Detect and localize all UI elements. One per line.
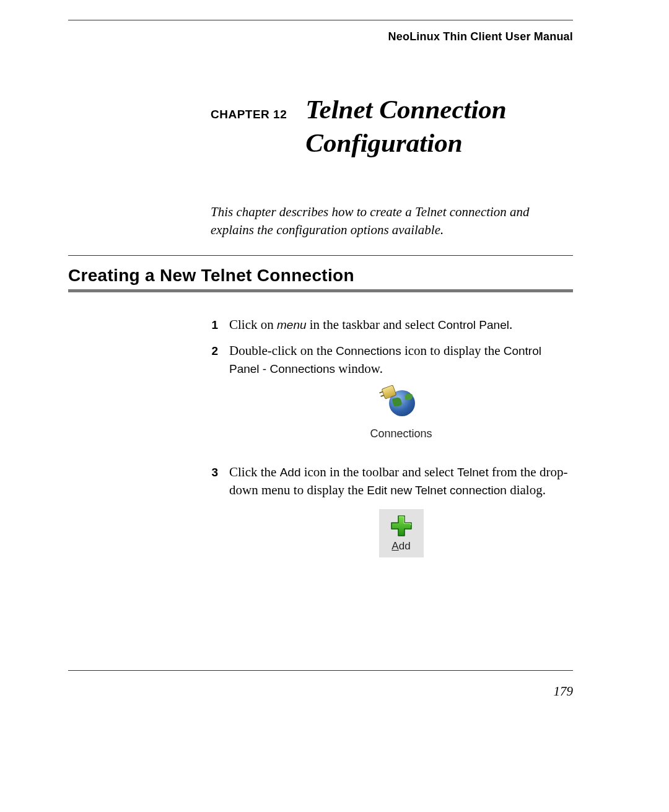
step-text: icon in the toolbar and select <box>300 465 457 479</box>
section-thick-rule <box>68 289 573 292</box>
connections-globe-icon <box>383 386 420 420</box>
page-number: 179 <box>554 684 574 699</box>
step-number: 3 <box>211 463 218 481</box>
plus-icon <box>389 514 414 538</box>
chapter-title-line2: Configuration <box>305 126 462 160</box>
step-2: 2 Double-click on the Connections icon t… <box>211 342 573 456</box>
add-label-mnemonic: A <box>391 540 398 552</box>
step-text: window. <box>335 361 383 376</box>
step-text: Click the <box>229 465 280 479</box>
step-text: dialog. <box>507 482 546 497</box>
add-icon-figure: Add <box>379 509 424 557</box>
step-text: Click on <box>229 317 277 332</box>
chapter-title-line1: Telnet Connection <box>305 93 507 126</box>
step-1: 1 Click on menu in the taskbar and selec… <box>211 316 573 334</box>
add-icon-caption: Add <box>391 539 410 554</box>
step-body: Double-click on the Connections icon to … <box>229 342 573 456</box>
ui-menu-word: menu <box>277 318 307 331</box>
header-rule <box>68 20 573 20</box>
step-body: Click the Add icon in the toolbar and se… <box>229 463 573 558</box>
footer-rule <box>68 670 573 671</box>
chapter-label: CHAPTER 12 <box>211 108 287 121</box>
ui-telnet: Telnet <box>457 466 489 479</box>
chapter-intro: This chapter describes how to create a T… <box>211 203 564 240</box>
step-text: . <box>509 317 512 332</box>
step-number: 1 <box>211 316 218 334</box>
section-heading: Creating a New Telnet Connection <box>68 266 573 286</box>
step-text: in the taskbar and select <box>307 317 438 332</box>
ui-add: Add <box>280 466 301 479</box>
connections-icon-caption: Connections <box>370 426 432 442</box>
section-top-rule <box>68 255 573 256</box>
step-body: Click on menu in the taskbar and select … <box>229 316 573 334</box>
connections-icon-figure: Connections <box>229 386 573 442</box>
chapter-heading-block: CHAPTER 12 Telnet Connection CHAPTER 12 … <box>211 93 573 160</box>
step-list: 1 Click on menu in the taskbar and selec… <box>211 316 573 557</box>
add-label-rest: dd <box>399 540 411 552</box>
step-text: icon to display the <box>401 343 504 358</box>
ui-connections: Connections <box>336 344 401 357</box>
ui-control-panel: Control Panel <box>438 318 509 331</box>
running-header: NeoLinux Thin Client User Manual <box>68 30 573 43</box>
step-3: 3 Click the Add icon in the toolbar and … <box>211 463 573 558</box>
ui-edit-new-telnet: Edit new Telnet connection <box>367 484 507 497</box>
document-page: NeoLinux Thin Client User Manual CHAPTER… <box>0 0 669 812</box>
step-number: 2 <box>211 342 218 360</box>
step-text: Double-click on the <box>229 343 336 358</box>
